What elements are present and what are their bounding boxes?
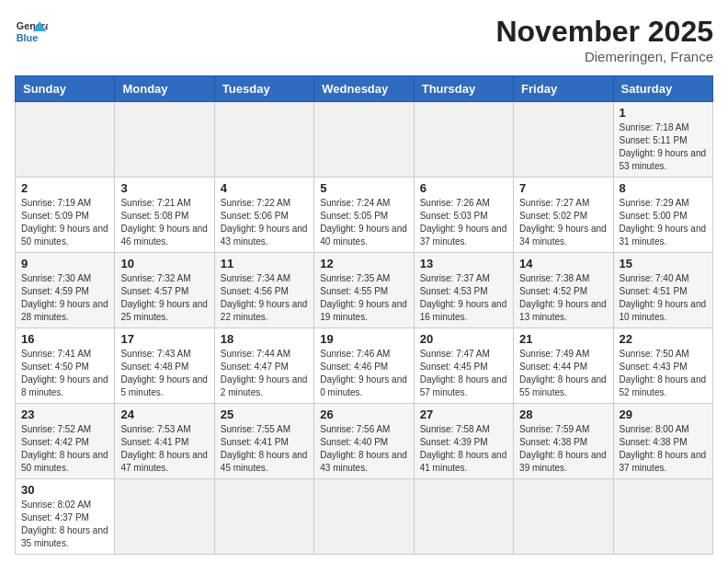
day-info: Sunrise: 7:35 AMSunset: 4:55 PMDaylight:… bbox=[320, 272, 407, 324]
day-number: 18 bbox=[221, 332, 308, 346]
day-cell: 7Sunrise: 7:27 AMSunset: 5:02 PMDaylight… bbox=[514, 178, 613, 253]
day-info: Sunrise: 7:59 AMSunset: 4:38 PMDaylight:… bbox=[519, 423, 607, 475]
title-block: November 2025 Diemeringen, France bbox=[495, 15, 713, 64]
day-cell: 2Sunrise: 7:19 AMSunset: 5:09 PMDaylight… bbox=[16, 178, 115, 253]
day-info: Sunrise: 7:40 AMSunset: 4:51 PMDaylight:… bbox=[620, 272, 707, 324]
day-cell: 24Sunrise: 7:53 AMSunset: 4:41 PMDayligh… bbox=[115, 404, 214, 479]
day-cell bbox=[414, 102, 513, 178]
day-number: 17 bbox=[120, 332, 208, 346]
day-number: 25 bbox=[221, 408, 308, 421]
day-cell bbox=[414, 479, 513, 555]
day-info: Sunrise: 7:47 AMSunset: 4:45 PMDaylight:… bbox=[420, 348, 507, 399]
day-number: 27 bbox=[420, 408, 507, 421]
day-cell bbox=[613, 479, 712, 555]
day-info: Sunrise: 7:29 AMSunset: 5:00 PMDaylight:… bbox=[620, 197, 707, 248]
day-cell bbox=[314, 102, 414, 178]
day-cell: 12Sunrise: 7:35 AMSunset: 4:55 PMDayligh… bbox=[314, 253, 414, 328]
header: General Blue November 2025 Diemeringen, … bbox=[15, 15, 713, 64]
weekday-header-row: SundayMondayTuesdayWednesdayThursdayFrid… bbox=[16, 76, 713, 102]
day-info: Sunrise: 8:00 AMSunset: 4:38 PMDaylight:… bbox=[620, 423, 707, 475]
day-cell: 19Sunrise: 7:46 AMSunset: 4:46 PMDayligh… bbox=[314, 328, 414, 404]
day-info: Sunrise: 7:22 AMSunset: 5:06 PMDaylight:… bbox=[221, 197, 308, 248]
day-info: Sunrise: 7:55 AMSunset: 4:41 PMDaylight:… bbox=[221, 423, 308, 475]
day-number: 4 bbox=[221, 181, 308, 195]
day-info: Sunrise: 7:52 AMSunset: 4:42 PMDaylight:… bbox=[21, 423, 108, 475]
day-info: Sunrise: 7:37 AMSunset: 4:53 PMDaylight:… bbox=[420, 272, 507, 324]
day-cell bbox=[514, 102, 613, 178]
day-cell bbox=[314, 479, 414, 555]
day-cell bbox=[115, 479, 214, 555]
day-number: 6 bbox=[420, 181, 507, 195]
day-cell: 22Sunrise: 7:50 AMSunset: 4:43 PMDayligh… bbox=[613, 328, 712, 404]
day-number: 7 bbox=[519, 181, 607, 195]
day-info: Sunrise: 7:19 AMSunset: 5:09 PMDaylight:… bbox=[21, 197, 108, 248]
day-cell: 25Sunrise: 7:55 AMSunset: 4:41 PMDayligh… bbox=[214, 404, 313, 479]
day-number: 23 bbox=[21, 408, 108, 421]
day-info: Sunrise: 7:30 AMSunset: 4:59 PMDaylight:… bbox=[21, 272, 108, 324]
week-row-1: 1Sunrise: 7:18 AMSunset: 5:11 PMDaylight… bbox=[16, 102, 713, 178]
day-info: Sunrise: 7:18 AMSunset: 5:11 PMDaylight:… bbox=[620, 121, 707, 173]
day-cell bbox=[115, 102, 214, 178]
day-cell: 21Sunrise: 7:49 AMSunset: 4:44 PMDayligh… bbox=[514, 328, 613, 404]
day-number: 24 bbox=[120, 408, 208, 421]
day-info: Sunrise: 7:53 AMSunset: 4:41 PMDaylight:… bbox=[120, 423, 208, 475]
day-info: Sunrise: 7:46 AMSunset: 4:46 PMDaylight:… bbox=[320, 348, 407, 399]
day-number: 28 bbox=[519, 408, 607, 421]
day-number: 11 bbox=[221, 257, 308, 270]
weekday-header-sunday: Sunday bbox=[16, 76, 115, 102]
day-cell bbox=[16, 102, 115, 178]
day-cell bbox=[514, 479, 613, 555]
day-info: Sunrise: 7:43 AMSunset: 4:48 PMDaylight:… bbox=[120, 348, 208, 399]
weekday-header-saturday: Saturday bbox=[613, 76, 712, 102]
logo-icon: General Blue bbox=[15, 15, 48, 48]
day-cell: 10Sunrise: 7:32 AMSunset: 4:57 PMDayligh… bbox=[115, 253, 214, 328]
day-cell: 6Sunrise: 7:26 AMSunset: 5:03 PMDaylight… bbox=[414, 178, 513, 253]
day-number: 26 bbox=[320, 408, 407, 421]
day-cell: 20Sunrise: 7:47 AMSunset: 4:45 PMDayligh… bbox=[414, 328, 513, 404]
day-cell bbox=[214, 102, 313, 178]
day-number: 2 bbox=[21, 181, 108, 195]
day-cell: 8Sunrise: 7:29 AMSunset: 5:00 PMDaylight… bbox=[613, 178, 712, 253]
day-number: 12 bbox=[320, 257, 407, 270]
day-cell: 27Sunrise: 7:58 AMSunset: 4:39 PMDayligh… bbox=[414, 404, 513, 479]
calendar-title: November 2025 bbox=[495, 15, 713, 49]
weekday-header-wednesday: Wednesday bbox=[314, 76, 414, 102]
day-cell: 16Sunrise: 7:41 AMSunset: 4:50 PMDayligh… bbox=[16, 328, 115, 404]
day-cell: 14Sunrise: 7:38 AMSunset: 4:52 PMDayligh… bbox=[514, 253, 613, 328]
day-number: 9 bbox=[21, 257, 108, 270]
day-info: Sunrise: 7:27 AMSunset: 5:02 PMDaylight:… bbox=[519, 197, 607, 248]
week-row-5: 23Sunrise: 7:52 AMSunset: 4:42 PMDayligh… bbox=[16, 404, 713, 479]
day-cell: 28Sunrise: 7:59 AMSunset: 4:38 PMDayligh… bbox=[514, 404, 613, 479]
day-info: Sunrise: 7:44 AMSunset: 4:47 PMDaylight:… bbox=[221, 348, 308, 399]
week-row-2: 2Sunrise: 7:19 AMSunset: 5:09 PMDaylight… bbox=[16, 178, 713, 253]
day-cell: 30Sunrise: 8:02 AMSunset: 4:37 PMDayligh… bbox=[16, 479, 115, 555]
day-number: 8 bbox=[620, 181, 707, 195]
day-cell: 26Sunrise: 7:56 AMSunset: 4:40 PMDayligh… bbox=[314, 404, 414, 479]
day-cell: 15Sunrise: 7:40 AMSunset: 4:51 PMDayligh… bbox=[613, 253, 712, 328]
calendar-table: SundayMondayTuesdayWednesdayThursdayFrid… bbox=[15, 75, 713, 555]
day-number: 14 bbox=[519, 257, 607, 270]
day-info: Sunrise: 7:38 AMSunset: 4:52 PMDaylight:… bbox=[519, 272, 607, 324]
day-cell: 3Sunrise: 7:21 AMSunset: 5:08 PMDaylight… bbox=[115, 178, 214, 253]
day-number: 1 bbox=[620, 106, 707, 120]
day-cell: 29Sunrise: 8:00 AMSunset: 4:38 PMDayligh… bbox=[613, 404, 712, 479]
day-cell: 9Sunrise: 7:30 AMSunset: 4:59 PMDaylight… bbox=[16, 253, 115, 328]
day-number: 21 bbox=[519, 332, 607, 346]
day-info: Sunrise: 7:21 AMSunset: 5:08 PMDaylight:… bbox=[120, 197, 208, 248]
day-number: 30 bbox=[21, 483, 108, 497]
day-cell bbox=[214, 479, 313, 555]
day-info: Sunrise: 7:34 AMSunset: 4:56 PMDaylight:… bbox=[221, 272, 308, 324]
svg-text:Blue: Blue bbox=[17, 32, 38, 43]
day-cell: 11Sunrise: 7:34 AMSunset: 4:56 PMDayligh… bbox=[214, 253, 313, 328]
day-cell: 4Sunrise: 7:22 AMSunset: 5:06 PMDaylight… bbox=[214, 178, 313, 253]
day-number: 13 bbox=[420, 257, 507, 270]
day-cell: 17Sunrise: 7:43 AMSunset: 4:48 PMDayligh… bbox=[115, 328, 214, 404]
weekday-header-thursday: Thursday bbox=[414, 76, 513, 102]
week-row-6: 30Sunrise: 8:02 AMSunset: 4:37 PMDayligh… bbox=[16, 479, 713, 555]
day-info: Sunrise: 8:02 AMSunset: 4:37 PMDaylight:… bbox=[21, 499, 108, 550]
day-info: Sunrise: 7:24 AMSunset: 5:05 PMDaylight:… bbox=[320, 197, 407, 248]
day-info: Sunrise: 7:56 AMSunset: 4:40 PMDaylight:… bbox=[320, 423, 407, 475]
day-number: 16 bbox=[21, 332, 108, 346]
week-row-4: 16Sunrise: 7:41 AMSunset: 4:50 PMDayligh… bbox=[16, 328, 713, 404]
weekday-header-tuesday: Tuesday bbox=[214, 76, 313, 102]
